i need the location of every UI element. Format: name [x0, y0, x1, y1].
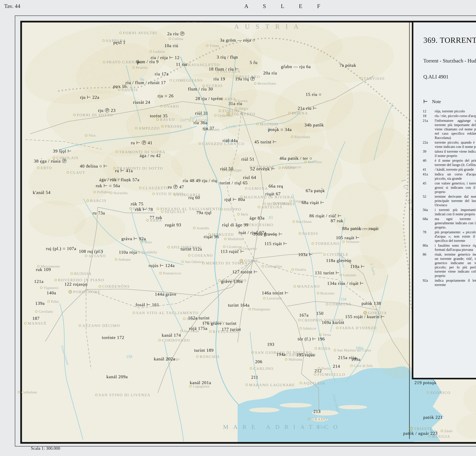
map-label: gráva ⊢ 92a: [121, 236, 146, 241]
note-entry: 78più propriamente: « piccolo corso d'ac…: [423, 230, 476, 243]
map-label: ága / rūk / fluņk 57a: [99, 177, 139, 182]
map-label: 108 ruį (pl.): [79, 249, 103, 254]
map-label: 167a: [299, 312, 308, 318]
village-marker-icon: [314, 347, 317, 350]
town-name: BUDOIA: [74, 271, 92, 276]
map-label: rįu 37: [203, 126, 214, 131]
village-marker-icon: [334, 349, 336, 352]
note-text: / kánǎl, torrente più grande: [435, 167, 476, 172]
town-label: TRIESTE: [409, 426, 433, 431]
note-columns: 12rója, torrente piccolo18ríu / róe, pic…: [423, 109, 476, 287]
map-label: 134a riús / riųát ⊢: [327, 281, 364, 286]
town-label: MOGGIO: [256, 122, 278, 126]
town-name: RONCHIS: [200, 354, 220, 359]
town-name: TARVISIO: [364, 76, 385, 81]
town-label: COMEGLIÁNS: [170, 78, 203, 82]
map-label: 110a rója: [119, 250, 137, 255]
town-label: Malisana: [285, 357, 302, 361]
map-label: 119a ⊢: [350, 264, 365, 269]
village-marker-icon: [342, 241, 345, 243]
town-name: Basaldella: [141, 250, 157, 254]
town-label: ERTO: [37, 166, 52, 170]
town-name: PORDENONE: [73, 290, 101, 294]
village-marker-icon: [102, 39, 105, 42]
village-marker-icon: [258, 206, 260, 208]
town-name: Lonzano: [343, 273, 356, 277]
village-marker-icon: [298, 319, 301, 321]
village-marker-icon: [132, 66, 135, 69]
map-label: 118a glereóņ: [326, 258, 351, 263]
village-marker-icon: [246, 384, 248, 386]
town-name: Corbolone: [21, 390, 37, 394]
village-marker-icon: [47, 300, 50, 303]
map-label: 155 roįát / kuarín ⊢: [345, 314, 385, 319]
town-label: Cedarchis: [214, 113, 233, 117]
map-label: turínt 189: [194, 348, 214, 353]
village-marker-icon: [158, 339, 161, 341]
town-name: Malisana: [289, 357, 302, 361]
town-label: Vernasso: [342, 240, 359, 244]
village-marker-icon: [160, 105, 163, 108]
village-marker-icon: [129, 207, 132, 210]
map-label: ru 73a: [93, 210, 105, 215]
map-label: ríu / flum / riusút 17: [126, 80, 166, 85]
note-text: ma ogni torrente viene generalmente indi…: [435, 217, 476, 230]
note-number: 41: [423, 167, 435, 172]
map-label: flum / ríu 30: [188, 86, 213, 92]
town-label: Racchiuso: [293, 220, 312, 224]
village-marker-icon: [314, 373, 316, 376]
village-marker-icon: [156, 118, 159, 121]
note-text: torrente piccolo; quando è grosso viene …: [435, 140, 476, 149]
note-number: 21a: [423, 119, 435, 140]
village-marker-icon: [340, 274, 342, 276]
map-label: 219 potuǫ́k: [415, 380, 437, 385]
town-label: Postoncicco: [159, 271, 181, 275]
town-name: OVARO: [164, 104, 179, 108]
map-label: 169a kurínt: [322, 320, 344, 325]
village-marker-icon: [427, 391, 429, 394]
town-name: SAN VITO AL TAGLIAMENTO: [136, 311, 199, 315]
town-name: Poffabro: [97, 190, 110, 194]
village-marker-icon: [245, 187, 247, 189]
note-number: 86: [423, 252, 435, 278]
town-name: MOGGIO: [260, 122, 278, 126]
map-label: 5 r̂u: [250, 60, 257, 65]
town-name: Aonedis: [197, 226, 209, 230]
town-name: CIVIDALE: [327, 252, 349, 257]
village-marker-icon: [79, 324, 81, 327]
village-marker-icon: [218, 279, 221, 282]
note-text: è il nome proprio del principale torrent…: [435, 158, 476, 167]
map-label: rūk 75: [131, 201, 143, 206]
map-label: 88a patók — ruųát: [342, 226, 379, 231]
town-name: Cave di Selz: [354, 364, 373, 368]
village-marker-icon: [288, 112, 291, 114]
town-label: CIVIDALE: [323, 252, 349, 257]
map-label: 31a ríu: [228, 101, 242, 106]
town-name: CLAUZETTO: [143, 186, 169, 190]
town-name: Bevorchiáns: [257, 81, 276, 86]
note-number: 92a: [423, 278, 435, 287]
town-name: Cerneglóns: [265, 264, 282, 268]
town-name: CARLINO: [253, 366, 274, 371]
town-label: PREONE: [161, 124, 183, 129]
town-name: Modoletto: [228, 237, 243, 241]
town-name: Cavolano: [39, 309, 53, 313]
map-label: 140a: [47, 290, 56, 295]
town-label: TORREANO: [312, 241, 340, 246]
village-marker-icon: [115, 151, 118, 153]
town-label: CLAUT: [67, 170, 85, 175]
town-label: Cave di Selz: [350, 364, 373, 368]
map-label: 19a rių Ⓟ: [235, 76, 255, 82]
town-label: Poffabro: [94, 190, 110, 194]
town-label: RONCHIS: [196, 354, 220, 359]
village-marker-icon: [181, 260, 184, 263]
note-entry: 86riuát, termine generico indicante un t…: [423, 252, 476, 278]
note-entry: 41/ kánǎl, torrente più grande: [423, 167, 476, 172]
village-marker-icon: [85, 134, 87, 137]
town-name: Cedarchis: [218, 113, 233, 117]
map-label: 7a pótak: [340, 63, 356, 68]
village-marker-icon: [249, 308, 251, 310]
village-marker-icon: [37, 167, 39, 169]
town-name: MANZANO: [297, 284, 320, 289]
map-label: 3 rių / flųn: [217, 54, 238, 60]
